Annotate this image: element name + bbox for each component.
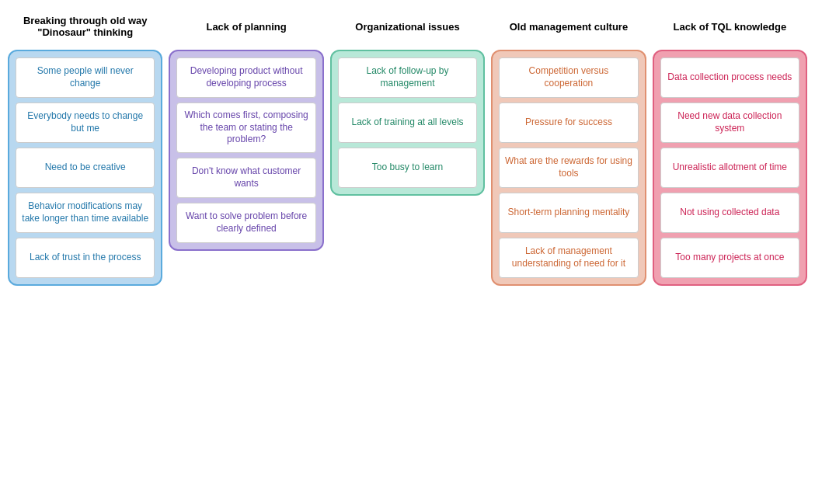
card-4-0[interactable]: Data collection process needs: [660, 57, 799, 98]
card-0-1[interactable]: Everybody needs to change but me: [16, 103, 155, 143]
column-col-peach: Old management cultureCompetition versus…: [491, 8, 646, 286]
card-4-2[interactable]: Unrealistic allotment of time: [660, 148, 799, 188]
kanban-board: Breaking through old way "Dinosaur" thin…: [8, 8, 807, 286]
card-1-2[interactable]: Don't know what customer wants: [176, 158, 315, 198]
card-3-4[interactable]: Lack of management understanding of need…: [499, 238, 638, 278]
column-col-blue: Breaking through old way "Dinosaur" thin…: [8, 8, 162, 286]
column-body-1: Developing product without developing pr…: [169, 50, 323, 251]
column-col-purple: Lack of planningDeveloping product witho…: [169, 8, 323, 251]
card-0-0[interactable]: Some people will never change: [16, 57, 155, 98]
column-header-3: Old management culture: [507, 8, 631, 45]
card-0-4[interactable]: Lack of trust in the process: [16, 238, 155, 278]
column-body-4: Data collection process needsNeed new da…: [653, 50, 807, 286]
column-header-1: Lack of planning: [203, 8, 289, 45]
column-body-2: Lack of follow-up by managementLack of t…: [330, 50, 485, 196]
card-2-0[interactable]: Lack of follow-up by management: [338, 57, 477, 98]
column-body-0: Some people will never changeEverybody n…: [8, 50, 162, 286]
card-2-2[interactable]: Too busy to learn: [338, 148, 477, 188]
card-1-3[interactable]: Want to solve problem before clearly def…: [176, 203, 315, 243]
card-4-4[interactable]: Too many projects at once: [660, 238, 799, 278]
card-1-0[interactable]: Developing product without developing pr…: [176, 57, 315, 98]
card-0-3[interactable]: Behavior modifications may take longer t…: [16, 193, 155, 233]
column-header-4: Lack of TQL knowledge: [670, 8, 789, 45]
column-header-0: Breaking through old way "Dinosaur" thin…: [8, 8, 162, 45]
card-3-0[interactable]: Competition versus cooperation: [499, 57, 638, 98]
card-3-3[interactable]: Short-term planning mentality: [499, 193, 638, 233]
column-col-pink: Lack of TQL knowledgeData collection pro…: [653, 8, 807, 286]
card-4-1[interactable]: Need new data collection system: [660, 103, 799, 143]
card-0-2[interactable]: Need to be creative: [16, 148, 155, 188]
card-2-1[interactable]: Lack of training at all levels: [338, 103, 477, 143]
card-4-3[interactable]: Not using collected data: [660, 193, 799, 233]
column-body-3: Competition versus cooperationPressure f…: [491, 50, 646, 286]
column-col-teal: Organizational issuesLack of follow-up b…: [330, 8, 485, 196]
column-header-2: Organizational issues: [352, 8, 462, 45]
card-1-1[interactable]: Which comes first, composing the team or…: [176, 103, 315, 153]
card-3-2[interactable]: What are the rewards for using tools: [499, 148, 638, 188]
card-3-1[interactable]: Pressure for success: [499, 103, 638, 143]
